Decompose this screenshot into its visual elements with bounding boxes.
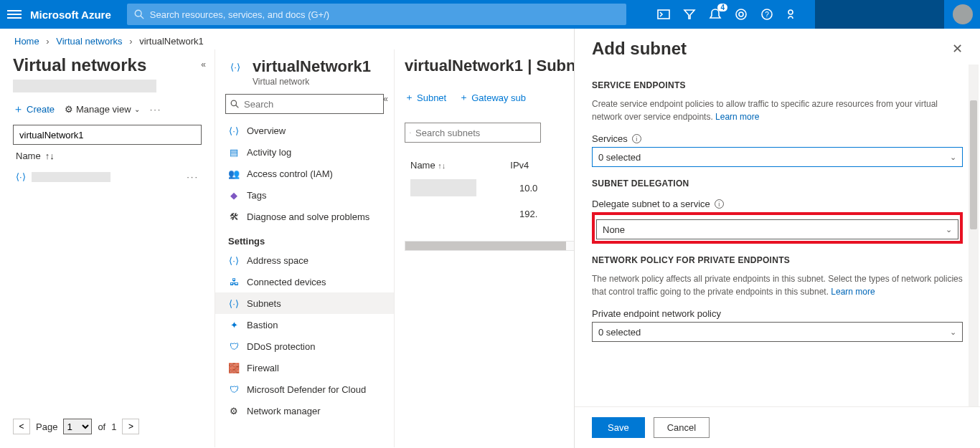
subnet-name-redacted — [410, 179, 476, 196]
save-button[interactable]: Save — [592, 417, 645, 438]
next-page-button[interactable]: > — [122, 419, 139, 434]
svg-point-9 — [231, 100, 236, 105]
global-search-input[interactable] — [150, 9, 619, 20]
hamburger-icon[interactable] — [7, 10, 22, 19]
col-ipv4[interactable]: IPv4 — [510, 160, 529, 171]
svg-line-1 — [141, 16, 143, 19]
azure-topbar: Microsoft Azure 4 ? — [0, 0, 980, 29]
tag-icon: ◆ — [228, 189, 240, 201]
firewall-icon: 🧱 — [228, 362, 240, 373]
cancel-button[interactable]: Cancel — [654, 417, 710, 438]
brand-label: Microsoft Azure — [30, 9, 111, 21]
resource-type-label: Virtual network — [253, 77, 384, 87]
nav-subnets[interactable]: ⟨·⟩Subnets — [215, 292, 394, 314]
blade-title: virtualNetwork1 | Subnets — [405, 57, 598, 75]
nav-ddos[interactable]: 🛡DDoS protection — [215, 335, 394, 357]
settings-header: Settings — [215, 227, 394, 249]
vnet-row[interactable]: ⟨·⟩ ··· — [13, 167, 202, 186]
topbar-actions: 4 ? — [657, 8, 799, 21]
vnet-icon: ⟨·⟩ — [16, 171, 26, 182]
help-icon[interactable]: ? — [760, 8, 773, 21]
section-network-policy: NETWORK POLICY FOR PRIVATE ENDPOINTS — [592, 255, 963, 265]
subscription-redacted — [13, 80, 156, 92]
crumb-vnets[interactable]: Virtual networks — [56, 36, 122, 47]
delegate-dropdown[interactable]: None ⌄ — [596, 219, 958, 239]
global-search[interactable] — [127, 4, 626, 25]
list-toolbar: ＋ Create ⚙ Manage view ⌄ ··· — [13, 103, 202, 116]
section-subnet-delegation: SUBNET DELEGATION — [592, 178, 963, 189]
notifications-icon[interactable]: 4 — [709, 8, 722, 21]
filter-icon[interactable] — [683, 8, 696, 21]
chevron-down-icon: ⌄ — [134, 105, 140, 113]
services-dropdown[interactable]: 0 selected ⌄ — [592, 147, 963, 167]
nav-search-input[interactable] — [244, 99, 379, 110]
prev-page-button[interactable]: < — [13, 419, 30, 434]
nav-search[interactable] — [225, 94, 384, 114]
nav-activity-log[interactable]: ▤Activity log — [215, 141, 394, 163]
nav-iam[interactable]: 👥Access control (IAM) — [215, 163, 394, 184]
nav-overview[interactable]: ⟨·⟩Overview — [215, 120, 394, 141]
crumb-home[interactable]: Home — [14, 36, 39, 47]
subnet-ip: 10.0 — [519, 183, 555, 194]
more-icon[interactable]: ··· — [150, 104, 162, 115]
subnets-icon: ⟨·⟩ — [228, 297, 240, 309]
nav-firewall[interactable]: 🧱Firewall — [215, 357, 394, 378]
highlight-box: None ⌄ — [592, 212, 963, 244]
nav-tags[interactable]: ◆Tags — [215, 184, 394, 206]
shield-icon: 🛡 — [228, 340, 240, 352]
feedback-icon[interactable] — [786, 8, 799, 21]
nav-address-space[interactable]: ⟨·⟩Address space — [215, 249, 394, 271]
nav-bastion[interactable]: ✦Bastion — [215, 314, 394, 335]
flyout-title: Add subnet — [592, 39, 687, 59]
column-header-name[interactable]: Name ↑↓ — [13, 145, 202, 167]
add-gateway-subnet-button[interactable]: ＋Gateway sub — [459, 91, 526, 104]
scroll-thumb[interactable] — [970, 100, 977, 229]
bastion-icon: ✦ — [228, 319, 240, 330]
svg-point-5 — [736, 9, 746, 19]
crumb-current: virtualNetwork1 — [139, 36, 204, 47]
avatar[interactable] — [953, 4, 973, 24]
create-button[interactable]: ＋ Create — [13, 103, 55, 116]
search-icon — [410, 128, 411, 138]
vnet-list-panel: « Virtual networks ＋ Create ⚙ Manage vie… — [0, 49, 215, 447]
devices-icon: 🖧 — [228, 276, 240, 287]
close-icon[interactable]: ✕ — [952, 41, 963, 57]
manage-view-button[interactable]: ⚙ Manage view ⌄ — [65, 104, 140, 115]
search-icon — [230, 100, 240, 109]
collapse-icon[interactable]: « — [383, 94, 388, 104]
account-block[interactable] — [815, 0, 944, 29]
scroll-thumb[interactable] — [405, 242, 566, 250]
private-endpoint-policy-dropdown[interactable]: 0 selected ⌄ — [592, 322, 963, 342]
collapse-icon[interactable]: « — [201, 59, 206, 70]
nav-network-manager[interactable]: ⚙Network manager — [215, 400, 394, 421]
nav-defender[interactable]: 🛡Microsoft Defender for Cloud — [215, 378, 394, 400]
svg-marker-3 — [684, 10, 694, 19]
info-icon[interactable]: i — [715, 199, 724, 209]
row-more-icon[interactable]: ··· — [187, 171, 199, 182]
network-icon: ⚙ — [228, 405, 240, 416]
svg-point-8 — [788, 10, 793, 14]
overview-icon: ⟨·⟩ — [228, 125, 240, 136]
subnet-ip: 192. — [519, 209, 555, 219]
cloud-shell-icon[interactable] — [657, 8, 670, 21]
search-icon — [134, 9, 144, 19]
vnet-icon: ⟨·⟩ — [225, 57, 245, 77]
vertical-scrollbar[interactable] — [969, 65, 979, 406]
nav-connected-devices[interactable]: 🖧Connected devices — [215, 271, 394, 292]
nav-diagnose[interactable]: 🛠Diagnose and solve problems — [215, 206, 394, 227]
subnet-search[interactable] — [405, 123, 541, 143]
plus-icon: ＋ — [405, 91, 414, 104]
svg-line-10 — [236, 105, 239, 108]
learn-more-link[interactable]: Learn more — [715, 112, 759, 122]
sort-icon: ↑↓ — [45, 151, 55, 161]
settings-icon[interactable] — [735, 8, 748, 21]
page-select[interactable]: 1 — [63, 419, 92, 434]
col-name[interactable]: Name ↑↓ — [410, 160, 446, 171]
delegate-label: Delegate subnet to a service — [592, 199, 710, 209]
learn-more-link[interactable]: Learn more — [831, 287, 875, 297]
add-subnet-button[interactable]: ＋Subnet — [405, 91, 446, 104]
subnet-search-input[interactable] — [415, 128, 536, 138]
vnet-filter-input[interactable] — [13, 125, 202, 145]
pager: < Page 1 of 1 > — [13, 411, 202, 442]
info-icon[interactable]: i — [632, 134, 641, 143]
